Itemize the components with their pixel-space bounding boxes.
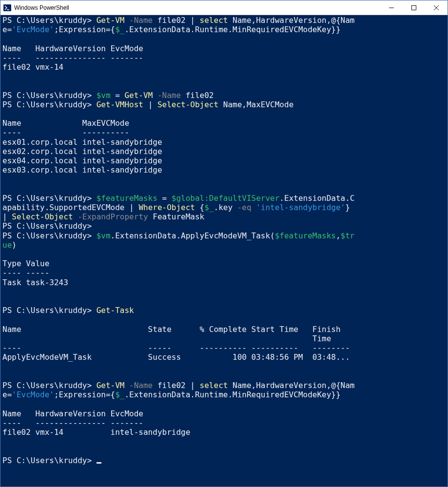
powershell-console[interactable]: PS C:\Users\kruddy> Get-VM -Name file02 … [0,15,448,487]
cmdlet: Where-Object [138,203,195,212]
table-row: Task task-3243 [2,278,68,287]
table-header: Name State % Complete Start Time Finish [2,325,341,334]
window-title: Windows PowerShell [14,4,380,11]
table-header: Type Value [2,259,49,268]
window-titlebar: Windows PowerShell [0,0,448,15]
table-separator: ---- ---------- [2,128,129,137]
prompt: PS C:\Users\kruddy> [2,16,97,25]
variable: $tr [341,231,355,240]
table-row: file02 vmx-14 [2,62,63,72]
cmdlet: Get-VM [97,381,125,390]
cmdlet: Select-Object [157,100,218,109]
param: -Name [153,91,181,100]
cmdlet: Get-VM [124,91,153,100]
variable: $_ [115,25,124,34]
table-separator: ---- --------------- ------- [2,418,143,428]
table-header: Name HardwareVersion EvcMode [2,44,143,53]
table-header: Name HardwareVersion EvcMode [2,409,143,418]
table-row: esx03.corp.local intel-sandybridge [2,165,162,175]
close-button[interactable] [425,0,448,15]
prompt: PS C:\Users\kruddy> [2,91,97,100]
table-header: Name MaxEVCMode [2,118,129,128]
table-row: esx02.corp.local intel-sandybridge [2,147,162,156]
cmdlet: Get-VMHost [97,100,143,109]
minimize-button[interactable] [380,0,403,15]
prompt: PS C:\Users\kruddy> [2,456,97,465]
console-output: PS C:\Users\kruddy> Get-VM -Name file02 … [2,16,447,465]
prompt: PS C:\Users\kruddy> [2,306,97,315]
variable: $_ [115,390,124,399]
table-row: ApplyEvcModeVM_Task Success 100 03:48:56… [2,352,350,362]
param: -Name [124,381,153,390]
cmdlet: select [200,381,228,390]
prompt: PS C:\Users\kruddy> [2,100,97,109]
variable: $global:DefaultVIServer [172,194,280,203]
string-literal: 'EvcMode' [12,390,54,399]
string-literal: 'intel-sandybridge' [256,203,345,212]
table-separator: ---- ----- ---------- ---------- -------… [2,343,350,352]
param: -Name [124,16,153,25]
table-separator: ---- --------------- ------- [2,53,143,62]
param: -ExpandProperty [78,212,148,221]
string-literal: 'EvcMode' [12,25,54,34]
maximize-button[interactable] [403,0,425,15]
table-header: Time [2,334,331,343]
variable: $featureMasks [97,194,157,203]
cmdlet: select [200,16,228,25]
svg-rect-3 [412,5,416,10]
prompt: PS C:\Users\kruddy> [2,231,97,240]
cmdlet: Get-VM [97,16,125,25]
table-row: esx04.corp.local intel-sandybridge [2,156,162,165]
cursor [97,462,101,464]
powershell-icon [3,4,11,12]
cmdlet: Select-Object [12,212,73,221]
variable: $vm [97,231,111,240]
prompt: PS C:\Users\kruddy> [2,194,97,203]
table-row: esx01.corp.local intel-sandybridge [2,137,162,147]
prompt: PS C:\Users\kruddy> [2,381,97,390]
prompt: PS C:\Users\kruddy> [2,221,92,231]
svg-rect-0 [3,4,11,11]
param: -eq [237,203,252,212]
variable: $featureMasks [275,231,336,240]
variable: $_ [204,203,214,212]
table-row: file02 vmx-14 intel-sandybridge [2,428,190,437]
table-separator: ---- ----- [2,268,49,277]
variable: $vm [97,91,111,100]
cmdlet: Get-Task [97,306,134,315]
